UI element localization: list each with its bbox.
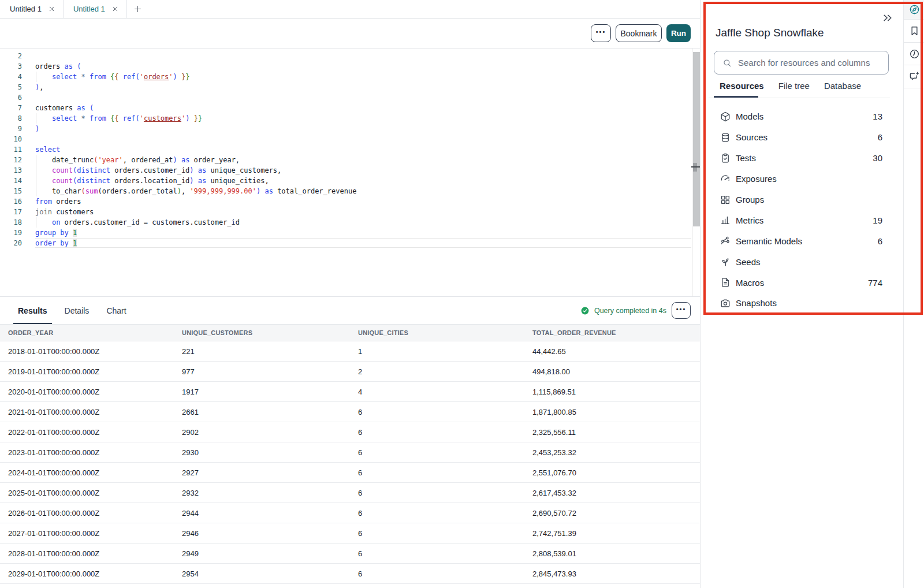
column-header: ORDER_YEAR bbox=[8, 329, 53, 336]
table-cell: 6 bbox=[358, 570, 362, 578]
table-cell: 6 bbox=[358, 448, 362, 457]
code-text: select bbox=[35, 144, 60, 155]
gauge-icon bbox=[720, 174, 731, 184]
resource-list: Models13Sources6Tests30ExposuresGroupsMe… bbox=[701, 106, 903, 314]
rail-history-button[interactable] bbox=[904, 43, 924, 65]
rail-compass-button[interactable] bbox=[904, 0, 924, 20]
table-cell: 2023-01-01T00:00:00.000Z bbox=[8, 448, 99, 457]
sidebar-tab-file-tree[interactable]: File tree bbox=[778, 81, 810, 91]
table-cell: 2,551,076.70 bbox=[532, 468, 576, 477]
editor-active-line bbox=[35, 238, 691, 248]
resource-label: Seeds bbox=[736, 257, 761, 267]
sidebar-tab-database[interactable]: Database bbox=[824, 81, 861, 91]
bookmark-icon bbox=[909, 25, 920, 36]
table-cell: 2,325,556.11 bbox=[532, 428, 576, 437]
bookmark-button[interactable]: Bookmark bbox=[616, 24, 662, 42]
line-number: 5 bbox=[0, 82, 22, 92]
table-row: 2018-01-01T00:00:00.000Z221144,442.65 bbox=[0, 341, 701, 362]
grid-icon bbox=[720, 195, 731, 205]
results-tab-chart[interactable]: Chart bbox=[106, 297, 126, 324]
table-cell: 4 bbox=[358, 388, 362, 396]
code-line: 11select bbox=[0, 144, 692, 155]
new-tab-button[interactable] bbox=[127, 0, 148, 18]
table-cell: 2024-01-01T00:00:00.000Z bbox=[8, 468, 99, 477]
resource-label: Semantic Models bbox=[736, 236, 802, 246]
table-row: 2028-01-01T00:00:00.000Z294962,808,539.0… bbox=[0, 544, 701, 564]
code-line: 12 date_trunc('year', ordered_at) as ord… bbox=[0, 155, 692, 165]
collapse-sidebar-icon[interactable] bbox=[882, 12, 893, 24]
code-text: customers as ( bbox=[35, 103, 94, 113]
close-tab-icon[interactable] bbox=[111, 5, 119, 13]
column-header: TOTAL_ORDER_REVENUE bbox=[532, 329, 616, 336]
code-line: 8 select * from {{ ref('customers') }} bbox=[0, 113, 692, 124]
sidebar-search-input[interactable]: Search for resources and columns bbox=[714, 51, 889, 75]
resource-item-exposures[interactable]: Exposures bbox=[701, 169, 903, 189]
table-cell: 2,453,253.32 bbox=[532, 448, 576, 457]
results-table-body: 2018-01-01T00:00:00.000Z221144,442.65201… bbox=[0, 341, 701, 588]
table-cell: 2021-01-01T00:00:00.000Z bbox=[8, 408, 99, 416]
query-status-text: Query completed in 4s bbox=[594, 307, 666, 315]
results-more-button[interactable]: ••• bbox=[672, 302, 691, 319]
resource-item-snapshots[interactable]: Snapshots bbox=[701, 293, 903, 314]
table-cell: 1,871,800.85 bbox=[532, 408, 576, 416]
close-tab-icon[interactable] bbox=[48, 5, 55, 13]
file-tab-label: Untitled 1 bbox=[10, 5, 42, 13]
line-number: 9 bbox=[0, 124, 22, 134]
table-cell: 2902 bbox=[182, 428, 199, 437]
code-text: select * from {{ ref('orders') }} bbox=[35, 72, 189, 82]
column-header: UNIQUE_CUSTOMERS bbox=[182, 329, 252, 336]
results-tab-results[interactable]: Results bbox=[18, 297, 47, 324]
resource-item-metrics[interactable]: Metrics19 bbox=[701, 210, 903, 230]
editor-more-button[interactable]: ••• bbox=[591, 24, 611, 42]
rail-bookmark-button[interactable] bbox=[904, 20, 924, 43]
ellipsis-icon: ••• bbox=[676, 306, 687, 312]
code-text: join customers bbox=[35, 207, 94, 217]
line-number: 16 bbox=[0, 196, 22, 207]
sidebar-tab-resources[interactable]: Resources bbox=[720, 81, 764, 91]
editor-scrollbar[interactable] bbox=[692, 49, 700, 296]
table-cell: 44,442.65 bbox=[532, 347, 566, 356]
resource-item-models[interactable]: Models13 bbox=[701, 106, 903, 127]
table-cell: 2026-01-01T00:00:00.000Z bbox=[8, 509, 99, 518]
clipboard-check-icon bbox=[720, 153, 731, 163]
table-cell: 2029-01-01T00:00:00.000Z bbox=[8, 570, 99, 578]
code-line: 14 count(distinct orders.location_id) as… bbox=[0, 176, 692, 186]
resource-label: Tests bbox=[736, 153, 756, 163]
file-tab[interactable]: Untitled 1 bbox=[0, 0, 64, 18]
sql-editor[interactable]: 23orders as (4 select * from {{ ref('ord… bbox=[0, 49, 701, 296]
table-cell: 2022-01-01T00:00:00.000Z bbox=[8, 428, 99, 437]
code-line: 6 bbox=[0, 92, 692, 103]
code-line: 17join customers bbox=[0, 207, 692, 217]
code-line: 4 select * from {{ ref('orders') }} bbox=[0, 72, 692, 82]
compass-icon bbox=[909, 4, 920, 15]
resource-item-seeds[interactable]: Seeds bbox=[701, 251, 903, 272]
resource-item-macros[interactable]: Macros774 bbox=[701, 272, 903, 293]
file-tab[interactable]: Untitled 1 bbox=[64, 0, 127, 18]
table-cell: 2028-01-01T00:00:00.000Z bbox=[8, 549, 99, 558]
code-line: 16from orders bbox=[0, 196, 692, 207]
search-icon bbox=[722, 58, 732, 68]
resource-label: Groups bbox=[736, 195, 764, 204]
dbt-cloud-ide: Untitled 1Untitled 1 ••• Bookmark Run 23… bbox=[0, 0, 924, 588]
table-cell: 2018-01-01T00:00:00.000Z bbox=[8, 347, 99, 356]
line-number: 15 bbox=[0, 186, 22, 196]
table-cell: 1917 bbox=[182, 388, 199, 396]
results-tab-details[interactable]: Details bbox=[65, 297, 90, 324]
results-table-header: ORDER_YEARUNIQUE_CUSTOMERSUNIQUE_CITIEST… bbox=[0, 324, 701, 341]
run-button[interactable]: Run bbox=[666, 24, 691, 42]
results-panel-header: ResultsDetailsChart Query completed in 4… bbox=[0, 296, 701, 324]
line-number: 2 bbox=[0, 51, 22, 61]
table-row: 2019-01-01T00:00:00.000Z9772494,818.00 bbox=[0, 362, 701, 382]
resource-item-tests[interactable]: Tests30 bbox=[701, 148, 903, 169]
code-text: from orders bbox=[35, 196, 81, 207]
line-number: 19 bbox=[0, 228, 22, 238]
table-cell: 1,115,869.51 bbox=[532, 388, 576, 396]
resource-item-groups[interactable]: Groups bbox=[701, 189, 903, 210]
resource-item-sources[interactable]: Sources6 bbox=[701, 127, 903, 148]
table-row: 2025-01-01T00:00:00.000Z293262,617,453.3… bbox=[0, 483, 701, 503]
resource-item-semantic-models[interactable]: Semantic Models6 bbox=[701, 230, 903, 251]
history-icon bbox=[909, 49, 920, 59]
table-cell: 2027-01-01T00:00:00.000Z bbox=[8, 529, 99, 538]
rail-feedback-button[interactable] bbox=[904, 65, 924, 88]
database-icon bbox=[720, 132, 731, 143]
